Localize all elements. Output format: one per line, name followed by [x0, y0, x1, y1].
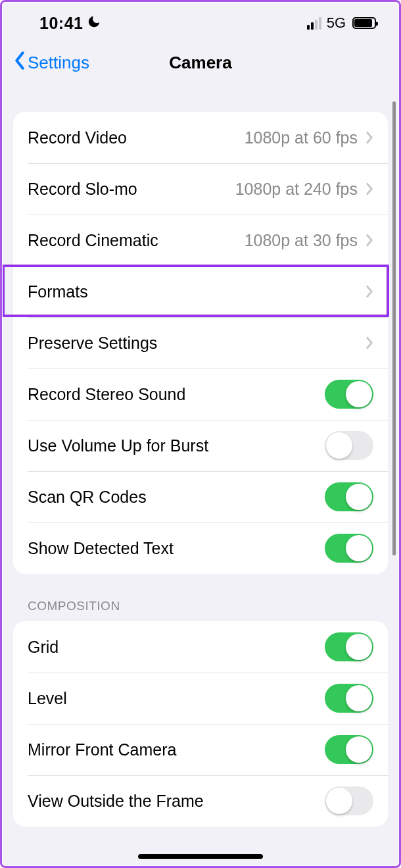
moon-icon: [87, 14, 101, 33]
row-label: Show Detected Text: [28, 539, 325, 558]
row-label: Use Volume Up for Burst: [28, 436, 325, 455]
row-show-detected-text: Show Detected Text: [13, 523, 388, 574]
nav-header: Settings Camera: [3, 41, 398, 84]
toggle-volume-up-burst[interactable]: [325, 431, 373, 460]
row-scan-qr-codes: Scan QR Codes: [13, 471, 388, 523]
row-mirror-front-camera: Mirror Front Camera: [13, 724, 388, 775]
row-label: Record Video: [28, 128, 245, 147]
row-label: Level: [28, 689, 325, 708]
row-label: Record Cinematic: [28, 231, 245, 250]
row-label: Record Slo-mo: [28, 180, 235, 199]
row-grid: Grid: [13, 621, 388, 673]
battery-icon: [352, 17, 376, 29]
toggle-scan-qr-codes[interactable]: [325, 482, 373, 511]
chevron-right-icon: [366, 182, 373, 195]
row-preserve-settings[interactable]: Preserve Settings: [13, 317, 388, 369]
toggle-level[interactable]: [325, 684, 373, 713]
chevron-left-icon: [13, 51, 26, 74]
row-volume-up-burst: Use Volume Up for Burst: [13, 420, 388, 471]
status-time: 10:41: [39, 14, 83, 33]
toggle-view-outside-frame[interactable]: [325, 786, 373, 815]
row-value: 1080p at 60 fps: [245, 128, 358, 147]
section-header-composition: COMPOSITION: [13, 574, 388, 621]
toggle-record-stereo-sound[interactable]: [325, 380, 373, 409]
status-bar: 10:41 5G: [3, 3, 398, 41]
scrollbar[interactable]: [392, 101, 396, 555]
row-label: Mirror Front Camera: [28, 740, 325, 759]
chevron-right-icon: [366, 234, 373, 247]
network-label: 5G: [327, 14, 346, 32]
cellular-signal-icon: [307, 17, 321, 30]
toggle-show-detected-text[interactable]: [325, 534, 373, 563]
row-label: Grid: [28, 638, 325, 657]
toggle-grid[interactable]: [325, 632, 373, 661]
row-value: 1080p at 30 fps: [245, 231, 358, 250]
chevron-right-icon: [366, 285, 373, 298]
chevron-right-icon: [366, 336, 373, 349]
row-label: Record Stereo Sound: [28, 385, 325, 404]
settings-group-main: Record Video 1080p at 60 fps Record Slo-…: [13, 112, 388, 574]
row-record-stereo-sound: Record Stereo Sound: [13, 369, 388, 420]
row-label: View Outside the Frame: [28, 792, 325, 811]
row-value: 1080p at 240 fps: [235, 180, 358, 199]
row-formats[interactable]: Formats: [13, 266, 388, 317]
row-record-slomo[interactable]: Record Slo-mo 1080p at 240 fps: [13, 163, 388, 215]
row-label: Scan QR Codes: [28, 488, 325, 507]
settings-group-composition: Grid Level Mirror Front Camera View Outs…: [13, 621, 388, 827]
row-label: Formats: [28, 282, 366, 301]
row-record-video[interactable]: Record Video 1080p at 60 fps: [13, 112, 388, 163]
row-view-outside-frame: View Outside the Frame: [13, 775, 388, 827]
row-record-cinematic[interactable]: Record Cinematic 1080p at 30 fps: [13, 215, 388, 266]
row-label: Preserve Settings: [28, 334, 366, 353]
home-indicator[interactable]: [138, 854, 263, 859]
row-level: Level: [13, 673, 388, 724]
chevron-right-icon: [366, 131, 373, 144]
toggle-mirror-front-camera[interactable]: [325, 735, 373, 764]
back-button[interactable]: Settings: [13, 51, 89, 74]
back-label: Settings: [28, 53, 89, 73]
